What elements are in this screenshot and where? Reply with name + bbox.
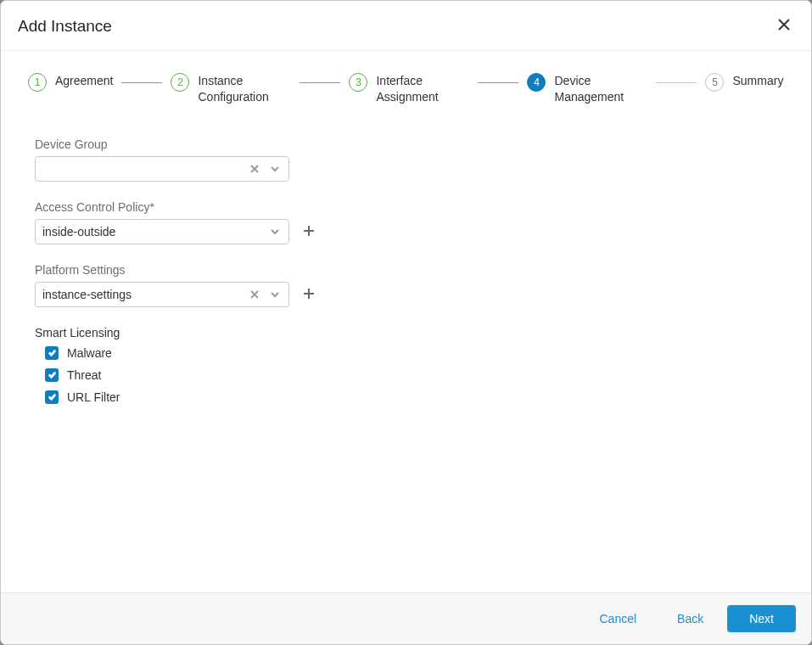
step-label: Instance Configuration [198, 73, 291, 105]
smart-licensing-list: Malware Threat URL Filter [35, 346, 357, 404]
step-connector [300, 82, 340, 83]
field-device-group: Device Group [35, 137, 357, 182]
license-label: URL Filter [67, 390, 120, 404]
step-label: Agreement [55, 73, 113, 89]
malware-checkbox[interactable] [45, 346, 59, 360]
device-management-form: Device Group Access Control Policy* [1, 112, 357, 404]
dialog-footer: Cancel Back Next [1, 592, 811, 644]
chevron-down-icon [265, 157, 285, 181]
license-label: Malware [67, 346, 112, 360]
plus-icon [302, 223, 316, 240]
license-item-url-filter: URL Filter [45, 390, 357, 404]
url-filter-checkbox[interactable] [45, 390, 59, 404]
access-control-policy-label: Access Control Policy* [35, 200, 357, 214]
step-connector [121, 82, 162, 83]
platform-settings-label: Platform Settings [35, 263, 357, 277]
step-label: Interface Assignment [376, 73, 469, 105]
add-access-control-policy-button[interactable] [300, 222, 318, 241]
add-instance-dialog: Add Instance 1 Agreement 2 Instance Conf… [0, 0, 812, 645]
dialog-body: 1 Agreement 2 Instance Configuration 3 I… [1, 51, 811, 592]
device-group-select[interactable] [35, 156, 289, 182]
step-agreement[interactable]: 1 Agreement [28, 73, 113, 92]
license-label: Threat [67, 368, 101, 382]
step-device-management[interactable]: 4 Device Management [527, 73, 647, 105]
close-icon [777, 18, 791, 35]
step-number: 2 [171, 73, 189, 92]
dialog-title: Add Instance [18, 17, 112, 36]
platform-settings-value: instance-settings [42, 288, 243, 301]
step-connector [656, 82, 697, 83]
step-number: 4 [527, 73, 546, 92]
license-item-malware: Malware [45, 346, 357, 360]
check-icon [48, 390, 57, 404]
smart-licensing-label: Smart Licensing [35, 326, 357, 339]
step-summary[interactable]: 5 Summary [705, 73, 783, 92]
platform-settings-select[interactable]: instance-settings [35, 282, 289, 307]
check-icon [48, 368, 57, 382]
step-label: Device Management [554, 73, 647, 105]
field-platform-settings: Platform Settings instance-settings [35, 263, 357, 307]
step-instance-configuration[interactable]: 2 Instance Configuration [171, 73, 291, 105]
step-connector [478, 82, 518, 83]
threat-checkbox[interactable] [45, 368, 59, 382]
cancel-button[interactable]: Cancel [582, 605, 653, 632]
step-label: Summary [732, 73, 783, 89]
plus-icon [302, 286, 316, 303]
field-smart-licensing: Smart Licensing Malware Threat [35, 326, 357, 404]
access-control-policy-select[interactable]: inside-outside [35, 219, 289, 244]
access-control-policy-value: inside-outside [42, 225, 243, 238]
dialog-header: Add Instance [1, 1, 811, 51]
step-number: 3 [349, 73, 367, 92]
device-group-label: Device Group [35, 137, 357, 151]
add-platform-settings-button[interactable] [300, 285, 318, 304]
step-number: 1 [28, 73, 47, 92]
chevron-down-icon [265, 220, 285, 244]
clear-icon[interactable] [246, 157, 263, 181]
wizard-stepper: 1 Agreement 2 Instance Configuration 3 I… [1, 51, 811, 112]
chevron-down-icon [265, 283, 285, 306]
check-icon [48, 346, 57, 360]
step-number: 5 [705, 73, 724, 92]
clear-icon[interactable] [246, 283, 263, 306]
license-item-threat: Threat [45, 368, 357, 382]
next-button[interactable]: Next [727, 605, 796, 632]
back-button[interactable]: Back [660, 605, 720, 632]
close-button[interactable] [774, 16, 794, 36]
step-interface-assignment[interactable]: 3 Interface Assignment [349, 73, 469, 105]
field-access-control-policy: Access Control Policy* inside-outside [35, 200, 357, 244]
